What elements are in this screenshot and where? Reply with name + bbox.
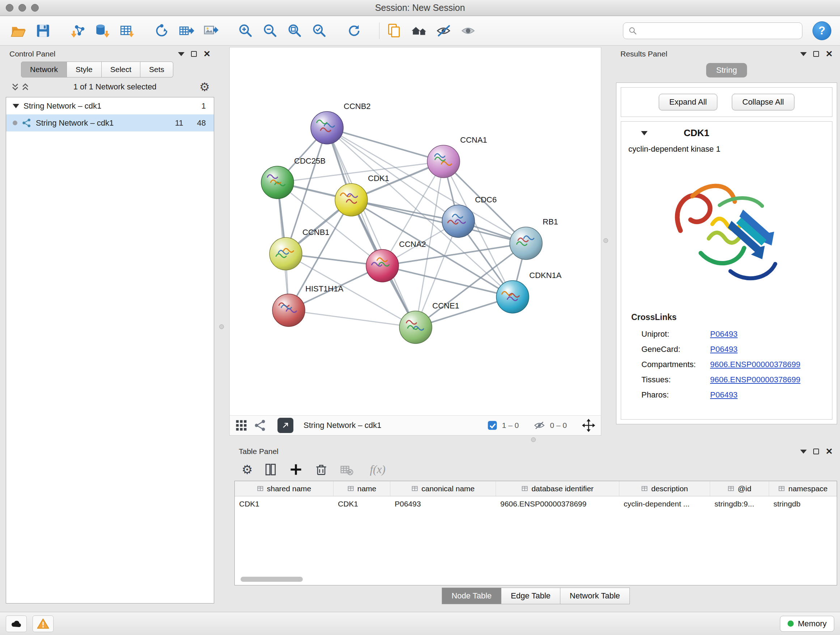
zoom-out-button[interactable] — [261, 21, 280, 41]
splitter-handle[interactable] — [219, 325, 224, 329]
open-session-button[interactable] — [9, 21, 28, 41]
gear-icon[interactable]: ⚙ — [199, 81, 210, 93]
network-edge[interactable] — [351, 200, 526, 243]
collection-expand-icon[interactable] — [13, 104, 19, 108]
column-header[interactable]: name — [333, 481, 390, 496]
network-node[interactable]: CCNB1 — [270, 228, 330, 270]
collapse-all-button[interactable]: Collapse All — [732, 94, 794, 111]
network-node[interactable]: CCNE1 — [399, 301, 459, 344]
string-home-button[interactable] — [409, 21, 429, 41]
export-image-button[interactable] — [201, 21, 221, 41]
network-collection-row[interactable]: String Network – cdk1 1 — [6, 97, 214, 114]
scrollbar-thumb[interactable] — [240, 577, 303, 582]
column-header[interactable]: shared name — [235, 481, 333, 496]
table-cell[interactable]: stringdb — [769, 496, 837, 512]
network-node[interactable]: CCNA1 — [427, 135, 487, 178]
panel-close-icon[interactable]: ✕ — [203, 50, 210, 58]
table-settings-gear-icon[interactable]: ⚙ — [242, 463, 253, 476]
panel-menu-icon[interactable] — [178, 52, 185, 56]
tab-sets[interactable]: Sets — [141, 62, 173, 78]
column-header[interactable]: namespace — [769, 481, 837, 496]
tab-edge-table[interactable]: Edge Table — [501, 587, 561, 604]
show-columns-icon[interactable] — [264, 462, 278, 477]
tab-network-table[interactable]: Network Table — [561, 587, 630, 604]
selected-checkbox-icon[interactable] — [487, 420, 498, 431]
show-all-button[interactable] — [458, 21, 478, 41]
crosslink-value-link[interactable]: 9606.ENSP00000378699 — [710, 375, 801, 385]
panel-float-icon[interactable] — [813, 448, 819, 454]
network-edge[interactable] — [327, 128, 416, 327]
table-horizontal-scrollbar[interactable] — [238, 576, 834, 583]
cloud-button[interactable] — [6, 616, 27, 632]
column-header[interactable]: canonical name — [390, 481, 496, 496]
panel-close-icon[interactable]: ✕ — [826, 50, 833, 58]
minimize-window-icon[interactable] — [19, 4, 26, 11]
column-header[interactable]: database identifier — [496, 481, 619, 496]
toolbar-search[interactable] — [623, 22, 802, 39]
panel-float-icon[interactable] — [813, 51, 819, 57]
import-network-file-button[interactable] — [68, 21, 88, 41]
clone-network-button[interactable] — [152, 21, 172, 41]
function-builder-icon[interactable]: f(x) — [370, 463, 385, 476]
tab-node-table[interactable]: Node Table — [442, 587, 501, 604]
save-session-button[interactable] — [33, 21, 53, 41]
collapse-all-networks-icon[interactable] — [20, 82, 30, 92]
tab-network[interactable]: Network — [21, 62, 67, 78]
table-cell[interactable]: P06493 — [390, 496, 496, 512]
help-button[interactable]: ? — [813, 21, 831, 40]
import-network-database-button[interactable] — [93, 21, 112, 41]
table-cell[interactable]: cyclin-dependent ... — [619, 496, 710, 512]
crosslink-value-link[interactable]: P06493 — [710, 345, 737, 354]
table-cell[interactable]: CDK1 — [235, 496, 333, 512]
column-header[interactable]: @id — [710, 481, 769, 496]
network-row[interactable]: String Network – cdk1 11 48 — [6, 114, 214, 131]
table-row[interactable]: CDK1CDK1P064939606.ENSP00000378699cyclin… — [235, 496, 837, 512]
delete-table-icon[interactable] — [339, 462, 354, 477]
network-overview-icon[interactable] — [254, 419, 267, 432]
network-node[interactable]: CDKN1A — [496, 271, 562, 313]
tab-string[interactable]: String — [706, 63, 747, 78]
network-node[interactable]: RB1 — [510, 217, 558, 260]
crosslink-value-link[interactable]: 9606.ENSP00000378699 — [710, 360, 801, 369]
splitter-handle[interactable] — [531, 437, 536, 442]
network-graph[interactable]: CCNB2CCNA1CDC25BCDK1CDC6RB1CCNB1CCNA2CDK… — [230, 48, 601, 415]
expand-all-button[interactable]: Expand All — [659, 94, 717, 111]
memory-button[interactable]: Memory — [780, 616, 834, 632]
paste-document-button[interactable] — [385, 21, 404, 41]
crosslink-value-link[interactable]: P06493 — [710, 390, 737, 400]
export-table-button[interactable] — [177, 21, 196, 41]
hide-selected-button[interactable] — [434, 21, 453, 41]
zoom-in-button[interactable] — [236, 21, 256, 41]
tab-select[interactable]: Select — [102, 62, 141, 78]
close-window-icon[interactable] — [6, 4, 13, 11]
panel-float-icon[interactable] — [191, 51, 197, 57]
import-table-button[interactable] — [117, 21, 137, 41]
network-canvas[interactable]: CCNB2CCNA1CDC25BCDK1CDC6RB1CCNB1CCNA2CDK… — [230, 48, 601, 415]
zoom-fit-button[interactable] — [285, 21, 305, 41]
network-node[interactable]: HIST1H1A — [272, 284, 343, 326]
expand-all-networks-icon[interactable] — [10, 82, 20, 92]
warnings-button[interactable] — [33, 616, 54, 632]
hidden-eye-slash-icon[interactable] — [533, 419, 546, 432]
add-column-icon[interactable] — [289, 462, 303, 477]
splitter-handle[interactable] — [603, 238, 608, 243]
search-input[interactable] — [641, 26, 797, 35]
grid-view-icon[interactable] — [235, 419, 248, 432]
network-edge[interactable] — [289, 310, 416, 327]
gene-header[interactable]: CDK1 — [621, 122, 832, 142]
zoom-selected-button[interactable] — [309, 21, 329, 41]
maximize-window-icon[interactable] — [31, 4, 39, 11]
refresh-view-button[interactable] — [344, 21, 364, 41]
table-cell[interactable]: 9606.ENSP00000378699 — [496, 496, 619, 512]
delete-column-trash-icon[interactable] — [314, 462, 328, 477]
crosslink-value-link[interactable]: P06493 — [710, 329, 737, 339]
panel-menu-icon[interactable] — [800, 52, 807, 56]
panel-close-icon[interactable]: ✕ — [826, 447, 833, 456]
column-header[interactable]: description — [619, 481, 710, 496]
panel-menu-icon[interactable] — [800, 450, 807, 454]
table-cell[interactable]: stringdb:9... — [710, 496, 769, 512]
tab-style[interactable]: Style — [67, 62, 102, 78]
external-link-button[interactable] — [278, 418, 294, 433]
gene-collapse-icon[interactable] — [641, 131, 647, 135]
network-edge[interactable] — [327, 128, 444, 162]
